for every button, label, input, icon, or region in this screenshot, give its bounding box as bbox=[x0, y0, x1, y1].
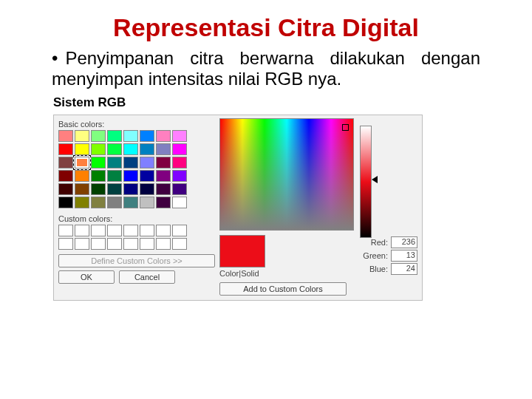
basic-color-swatch[interactable] bbox=[140, 130, 154, 142]
custom-color-swatch[interactable] bbox=[58, 238, 73, 250]
basic-color-swatch[interactable] bbox=[107, 157, 122, 168]
custom-color-swatch[interactable] bbox=[107, 238, 122, 250]
basic-color-swatch[interactable] bbox=[107, 170, 122, 182]
basic-color-swatch[interactable] bbox=[58, 143, 73, 155]
color-solid-label: Color|Solid bbox=[219, 269, 265, 278]
custom-colors-label: Custom colors: bbox=[58, 214, 214, 223]
basic-colors-label: Basic colors: bbox=[58, 120, 214, 129]
custom-color-swatch[interactable] bbox=[75, 225, 89, 236]
basic-color-swatch[interactable] bbox=[107, 130, 122, 142]
basic-color-swatch[interactable] bbox=[172, 157, 187, 168]
bullet-item: •Penyimpanan citra berwarna dilakukan de… bbox=[52, 48, 480, 89]
basic-color-swatch[interactable] bbox=[91, 170, 106, 182]
custom-color-swatch[interactable] bbox=[75, 238, 89, 250]
basic-color-swatch[interactable] bbox=[172, 143, 187, 155]
cancel-button[interactable]: Cancel bbox=[119, 270, 175, 284]
rgb-fields: Red: 236 Green: 13 Blue: 24 bbox=[363, 235, 417, 278]
basic-color-swatch[interactable] bbox=[91, 130, 106, 142]
basic-color-swatch[interactable] bbox=[91, 183, 106, 195]
custom-color-swatch[interactable] bbox=[172, 225, 187, 236]
basic-color-swatch[interactable] bbox=[156, 157, 171, 168]
basic-color-swatch[interactable] bbox=[107, 143, 122, 155]
custom-color-swatch[interactable] bbox=[123, 225, 138, 236]
basic-color-swatch[interactable] bbox=[75, 143, 89, 155]
custom-color-swatch[interactable] bbox=[91, 225, 106, 236]
basic-color-swatch[interactable] bbox=[123, 143, 138, 155]
custom-color-swatch[interactable] bbox=[123, 238, 138, 250]
custom-color-swatch[interactable] bbox=[172, 238, 187, 250]
basic-color-swatch[interactable] bbox=[58, 170, 73, 182]
basic-color-swatch[interactable] bbox=[172, 170, 187, 182]
custom-color-swatch[interactable] bbox=[140, 238, 154, 250]
color-picker-dialog: Basic colors: Custom colors: Define Cust… bbox=[53, 115, 423, 301]
spectrum-crosshair bbox=[342, 124, 349, 131]
red-label: Red: bbox=[371, 238, 388, 247]
red-input[interactable]: 236 bbox=[391, 236, 417, 248]
blue-label: Blue: bbox=[369, 265, 388, 273]
basic-color-swatch[interactable] bbox=[156, 130, 171, 142]
custom-color-swatch[interactable] bbox=[107, 225, 122, 236]
basic-color-swatch[interactable] bbox=[75, 170, 89, 182]
basic-color-swatch[interactable] bbox=[140, 197, 154, 208]
left-panel: Basic colors: Custom colors: Define Cust… bbox=[58, 118, 214, 296]
basic-color-swatch[interactable] bbox=[91, 143, 106, 155]
basic-color-swatch[interactable] bbox=[140, 157, 154, 168]
custom-color-swatch[interactable] bbox=[58, 225, 73, 236]
green-input[interactable]: 13 bbox=[391, 250, 417, 262]
basic-color-swatch[interactable] bbox=[91, 197, 106, 208]
add-to-custom-button[interactable]: Add to Custom Colors bbox=[219, 282, 347, 296]
rgb-system-heading: Sistem RGB bbox=[53, 95, 532, 110]
page-title: Representasi Citra Digital bbox=[0, 13, 532, 42]
basic-color-swatch[interactable] bbox=[58, 157, 73, 168]
basic-color-swatch[interactable] bbox=[107, 183, 122, 195]
basic-color-swatch[interactable] bbox=[58, 183, 73, 195]
basic-color-swatch[interactable] bbox=[91, 157, 106, 168]
basic-color-swatch[interactable] bbox=[123, 183, 138, 195]
basic-color-swatch[interactable] bbox=[156, 143, 171, 155]
basic-color-swatch[interactable] bbox=[140, 170, 154, 182]
basic-color-swatch[interactable] bbox=[140, 143, 154, 155]
blue-input[interactable]: 24 bbox=[391, 263, 417, 275]
basic-color-swatch[interactable] bbox=[123, 157, 138, 168]
bullet-text: Penyimpanan citra berwarna dilakukan den… bbox=[52, 48, 480, 89]
basic-colors-grid bbox=[58, 130, 214, 208]
basic-color-swatch[interactable] bbox=[172, 183, 187, 195]
basic-color-swatch[interactable] bbox=[75, 197, 89, 208]
basic-color-swatch[interactable] bbox=[123, 197, 138, 208]
basic-color-swatch[interactable] bbox=[140, 183, 154, 195]
custom-color-swatch[interactable] bbox=[91, 238, 106, 250]
right-panel: Color|Solid Red: 236 Green: 13 Blue: 24 bbox=[214, 118, 417, 296]
luminance-slider[interactable] bbox=[360, 126, 372, 238]
basic-color-swatch[interactable] bbox=[123, 170, 138, 182]
color-preview: Color|Solid bbox=[219, 235, 265, 278]
basic-color-swatch[interactable] bbox=[75, 130, 89, 142]
define-custom-colors-button[interactable]: Define Custom Colors >> bbox=[58, 254, 215, 267]
bullet-dot: • bbox=[52, 48, 65, 68]
basic-color-swatch[interactable] bbox=[156, 183, 171, 195]
basic-color-swatch[interactable] bbox=[58, 130, 73, 142]
basic-color-swatch[interactable] bbox=[123, 130, 138, 142]
custom-color-swatch[interactable] bbox=[156, 238, 171, 250]
basic-color-swatch[interactable] bbox=[156, 170, 171, 182]
color-preview-swatch bbox=[219, 235, 265, 267]
green-label: Green: bbox=[363, 251, 388, 260]
basic-color-swatch[interactable] bbox=[172, 197, 187, 208]
basic-color-swatch[interactable] bbox=[75, 157, 89, 168]
luminance-arrow-icon bbox=[372, 176, 378, 183]
basic-color-swatch[interactable] bbox=[107, 197, 122, 208]
custom-color-swatch[interactable] bbox=[156, 225, 171, 236]
basic-color-swatch[interactable] bbox=[75, 183, 89, 195]
basic-color-swatch[interactable] bbox=[156, 197, 171, 208]
basic-color-swatch[interactable] bbox=[58, 197, 73, 208]
color-spectrum[interactable] bbox=[219, 118, 354, 231]
custom-colors-grid bbox=[58, 225, 214, 250]
ok-button[interactable]: OK bbox=[58, 270, 115, 284]
custom-color-swatch[interactable] bbox=[140, 225, 154, 236]
basic-color-swatch[interactable] bbox=[172, 130, 187, 142]
